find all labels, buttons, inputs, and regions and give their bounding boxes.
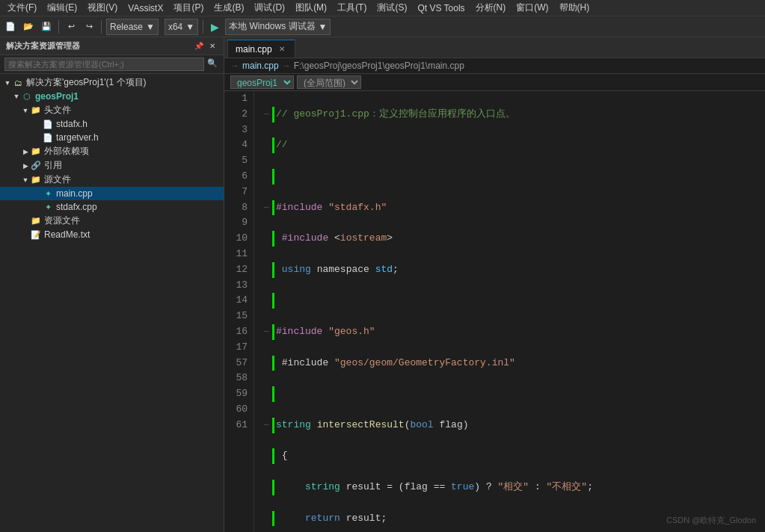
menu-tools[interactable]: 工具(T) — [333, 0, 371, 16]
config-dropdown[interactable]: Release ▼ — [106, 19, 159, 35]
tab-main-cpp[interactable]: main.cpp ✕ — [227, 40, 295, 58]
tree-project[interactable]: ▼ ⬡ geosProj1 — [0, 90, 224, 103]
code-line-1: ─// geosProj1.cpp：定义控制台应用程序的入口点。 — [260, 107, 759, 123]
line-13-s1: "相交" — [498, 480, 529, 495]
class-dropdown[interactable]: geosProj1 — [230, 75, 294, 89]
line-11-sp — [311, 418, 317, 433]
menu-qtvs[interactable]: Qt VS Tools — [413, 1, 469, 15]
references-label: 引用 — [44, 159, 62, 172]
search-input[interactable] — [4, 58, 204, 71]
run-button[interactable]: ▶ — [208, 21, 222, 33]
source-arrow-icon: ▼ — [21, 176, 30, 185]
headers-label: 头文件 — [44, 104, 71, 117]
line-13-colon: : — [529, 480, 546, 495]
greenbar-2 — [272, 137, 274, 153]
menu-build[interactable]: 生成(B) — [209, 0, 248, 16]
code-line-6: using namespace std; — [260, 262, 759, 278]
main-cpp-spacer — [33, 189, 42, 198]
line-7-text — [276, 293, 282, 309]
greenbar-8 — [272, 324, 274, 340]
toolbar-redo-btn[interactable]: ↪ — [82, 19, 96, 34]
arch-arrow: ▼ — [185, 22, 194, 32]
greenbar-4 — [272, 200, 274, 216]
greenbar-10 — [272, 386, 274, 402]
line-13-q: ) ? — [474, 480, 497, 495]
tree-stdafx-cpp[interactable]: ✦ stdafx.cpp — [0, 200, 224, 214]
breadcrumb-bar: → main.cpp → F:\geosProj\geosProj1\geosP… — [224, 58, 765, 74]
code-editor[interactable]: 1 2 3 4 5 6 7 8 9 10 11 12 13 14 15 16 1… — [224, 91, 765, 532]
line-6-sp — [276, 262, 282, 278]
code-content[interactable]: ─// geosProj1.cpp：定义控制台应用程序的入口点。 // ─#in… — [254, 91, 765, 532]
fold-8[interactable]: ─ — [260, 326, 272, 339]
arch-dropdown[interactable]: x64 ▼ — [165, 19, 198, 35]
folder-icon: 📁 — [30, 105, 42, 117]
target-dropdown[interactable]: 本地 Windows 调试器 ▼ — [225, 19, 331, 35]
ref-arrow-icon: ▶ — [21, 161, 30, 170]
line-11-bool: bool — [410, 418, 433, 433]
menu-test[interactable]: 测试(S) — [372, 0, 411, 16]
greenbar-11 — [272, 418, 274, 433]
fold-11[interactable]: ─ — [260, 419, 272, 433]
tree-resource-folder[interactable]: 📁 资源文件 — [0, 214, 224, 228]
target-arrow: ▼ — [319, 22, 328, 32]
menu-help[interactable]: 帮助(H) — [555, 0, 595, 16]
scope-dropdown[interactable]: (全局范围) — [297, 75, 361, 89]
greenbar-13 — [272, 480, 274, 495]
toolbar-save-btn[interactable]: 💾 — [39, 19, 54, 34]
menu-analyze[interactable]: 分析(N) — [471, 0, 511, 16]
nav-bar: geosProj1 (全局范围) — [224, 74, 765, 91]
line-13-true: true — [451, 480, 474, 495]
line-6-std: std — [375, 262, 393, 278]
menu-team[interactable]: 图队(M) — [291, 0, 331, 16]
tab-bar: main.cpp ✕ — [224, 37, 765, 58]
fold-4[interactable]: ─ — [260, 202, 272, 215]
tree-main-cpp[interactable]: ✦ main.cpp — [0, 187, 224, 200]
menu-window[interactable]: 窗口(W) — [511, 0, 553, 16]
file-tree: ▼ 🗂 解决方案'geosProj1'(1 个项目) ▼ ⬡ geosProj1… — [0, 74, 224, 532]
sidebar-pin-btn[interactable]: 📌 — [194, 41, 204, 52]
tree-external-deps[interactable]: ▶ 📁 外部依赖项 — [0, 144, 224, 158]
tree-headers-folder[interactable]: ▼ 📁 头文件 — [0, 103, 224, 117]
main-layout: 解决方案资源管理器 📌 ✕ 🔍 ▼ 🗂 解决方案'geosProj1'(1 个项… — [0, 37, 765, 532]
toolbar-new-btn[interactable]: 📄 — [3, 19, 18, 34]
menu-vassistx[interactable]: VAssistX — [123, 1, 168, 15]
toolbar-open-btn[interactable]: 📂 — [21, 19, 36, 34]
line-9-file: "geos/geom/GeometryFactory.inl" — [334, 356, 515, 371]
sidebar-close-btn[interactable]: ✕ — [207, 41, 218, 52]
line-6-using: using — [282, 262, 311, 278]
breadcrumb-file[interactable]: main.cpp — [242, 61, 279, 71]
menu-view[interactable]: 视图(V) — [83, 0, 122, 16]
tree-source-folder[interactable]: ▼ 📁 源文件 — [0, 173, 224, 187]
tree-references[interactable]: ▶ 🔗 引用 — [0, 158, 224, 173]
search-icon[interactable]: 🔍 — [207, 58, 219, 70]
project-label: geosProj1 — [35, 91, 79, 102]
source-folder-label: 源文件 — [44, 173, 71, 186]
code-line-11: ─string intersectResult(bool flag) — [260, 418, 759, 433]
code-line-10 — [260, 386, 759, 402]
resource-folder-label: 资源文件 — [44, 214, 80, 227]
fold-1[interactable]: ─ — [260, 108, 272, 122]
menu-project[interactable]: 项目(P) — [169, 0, 208, 16]
tree-stdafx-h[interactable]: 📄 stdafx.h — [0, 117, 224, 131]
tree-readme[interactable]: 📝 ReadMe.txt — [0, 228, 224, 241]
tab-close-btn[interactable]: ✕ — [277, 44, 287, 55]
menu-file[interactable]: 文件(F) — [3, 0, 41, 16]
targetver-spacer — [33, 133, 42, 142]
tree-solution[interactable]: ▼ 🗂 解决方案'geosProj1'(1 个项目) — [0, 75, 224, 90]
res-arrow-icon — [21, 217, 30, 226]
menu-edit[interactable]: 编辑(E) — [43, 0, 82, 16]
line-12-text: { — [276, 448, 288, 464]
targetver-h-label: targetver.h — [56, 132, 99, 143]
line-8-file: "geos.h" — [328, 324, 375, 340]
toolbar-undo-btn[interactable]: ↩ — [64, 19, 79, 34]
stdafx-cpp-label: stdafx.cpp — [56, 202, 97, 212]
line-6-sp2: namespace — [311, 262, 375, 278]
menu-debug[interactable]: 调试(D) — [250, 0, 289, 16]
line-13-sp — [276, 480, 305, 495]
line-11-fname: intersectResult — [317, 418, 405, 433]
tree-targetver-h[interactable]: 📄 targetver.h — [0, 131, 224, 144]
greenbar-5 — [272, 231, 274, 247]
code-line-2: // — [260, 137, 759, 153]
line-14-res: result; — [340, 511, 387, 527]
breadcrumb-path: F:\geosProj\geosProj1\geosProj1\main.cpp — [294, 61, 464, 71]
